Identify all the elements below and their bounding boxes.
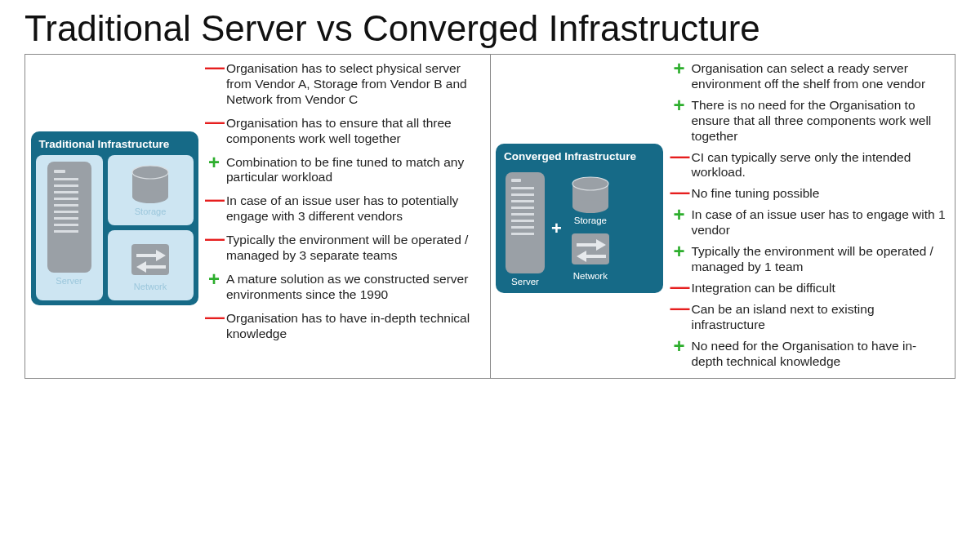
point-item: Organisation has to have in-depth techni… [205,311,482,342]
point-text: Organisation has to have in-depth techni… [226,311,482,342]
svg-rect-26 [511,226,534,229]
point-text: Typically the environment will be operat… [692,244,947,275]
svg-rect-25 [511,220,534,222]
plus-icon [670,244,688,259]
minus-icon [205,193,223,205]
server-icon [46,160,93,274]
svg-point-30 [572,200,608,213]
network-icon [567,230,614,269]
minus-icon [670,186,688,198]
point-text: Can be an island next to existing infras… [692,302,947,333]
point-item: CI can typically serve only the intended… [670,150,947,181]
point-item: In case of an issue user has to engage w… [670,207,947,238]
point-text: Organisation can select a ready server e… [692,61,947,92]
point-item: Organisation has to ensure that all thre… [205,116,482,147]
point-item: There is no need for the Organisation to… [670,98,947,144]
svg-rect-15 [131,244,169,275]
plus-icon [205,155,223,170]
plus-icon [670,61,688,76]
plus-icon [670,339,688,353]
point-text: In case of an issue user has to engage w… [692,207,947,238]
point-item: Integration can be difficult [670,281,947,296]
svg-point-13 [132,190,168,203]
svg-rect-8 [54,217,78,220]
converged-column: Converged Infrastructure [490,55,956,378]
svg-rect-1 [54,170,65,173]
server-label: Server [511,277,539,287]
point-item: Organisation can select a ready server e… [670,61,947,92]
svg-rect-6 [54,204,78,207]
converged-illustration: Converged Infrastructure [494,61,666,375]
traditional-server-box: Server [36,155,103,300]
minus-icon [670,150,688,162]
plus-icon [670,98,688,113]
svg-rect-21 [511,193,534,196]
svg-rect-2 [54,178,78,180]
point-text: Combination to be fine tuned to match an… [226,155,482,186]
point-text: No need for the Organisation to have in-… [692,339,947,370]
plus-icon: + [551,218,562,239]
point-item: No need for the Organisation to have in-… [670,339,947,370]
traditional-card-title: Traditional Infrastructure [36,136,194,155]
svg-rect-19 [511,179,521,182]
slide-title: Traditional Server vs Converged Infrastr… [24,8,956,49]
svg-rect-7 [54,211,78,213]
converged-points: Organisation can select a ready server e… [666,61,952,375]
point-text: No fine tuning possible [692,186,820,202]
svg-rect-32 [572,233,609,264]
point-text: A mature solution as we constructed serv… [226,272,482,303]
converged-card-title: Converged Infrastructure [501,149,658,167]
traditional-card: Traditional Infrastructure [31,131,198,305]
point-text: Organisation has to ensure that all thre… [226,116,482,147]
svg-rect-24 [511,213,534,216]
point-item: Can be an island next to existing infras… [670,302,947,333]
converged-server-box: Server [504,171,546,287]
svg-rect-3 [54,184,78,187]
converged-card: Converged Infrastructure [496,144,663,293]
server-icon [504,171,546,275]
point-item: Combination to be fine tuned to match an… [205,155,482,186]
server-label: Server [56,276,82,286]
minus-icon [205,61,223,73]
point-item: Organisation has to select physical serv… [205,61,482,108]
svg-rect-20 [511,187,534,189]
plus-icon [670,207,688,222]
comparison-grid: Traditional Infrastructure [24,54,956,379]
converged-storage-box: Storage [568,176,612,225]
point-item: No fine tuning possible [670,186,947,202]
storage-label: Storage [135,207,167,216]
point-text: There is no need for the Organisation to… [692,98,947,144]
traditional-storage-box: Storage [108,155,194,225]
storage-icon [128,164,172,205]
network-label: Network [573,271,608,281]
point-text: In case of an issue user has to potentia… [226,193,482,224]
svg-rect-9 [54,224,78,226]
plus-icon [205,272,223,287]
svg-rect-5 [54,198,78,200]
point-item: In case of an issue user has to potentia… [205,193,482,224]
point-text: Typically the environment will be operat… [226,233,482,264]
storage-icon [568,176,612,214]
minus-icon [670,281,688,292]
storage-label: Storage [574,216,607,225]
point-item: Typically the environment will be operat… [205,233,482,264]
svg-rect-27 [511,233,534,235]
network-label: Network [134,282,167,291]
point-text: Organisation has to select physical serv… [226,61,482,108]
traditional-column: Traditional Infrastructure [25,55,490,378]
svg-rect-4 [54,191,78,193]
svg-rect-10 [54,230,78,233]
svg-rect-23 [511,207,534,209]
svg-rect-22 [511,200,534,202]
minus-icon [670,302,688,313]
minus-icon [205,311,223,322]
network-icon [127,239,174,280]
minus-icon [205,233,223,244]
converged-network-box: Network [567,230,614,281]
traditional-points: Organisation has to select physical serv… [200,61,487,375]
minus-icon [205,116,223,127]
point-text: CI can typically serve only the intended… [692,150,947,181]
traditional-illustration: Traditional Infrastructure [29,61,200,375]
traditional-network-box: Network [108,230,194,300]
point-item: Typically the environment will be operat… [670,244,947,275]
